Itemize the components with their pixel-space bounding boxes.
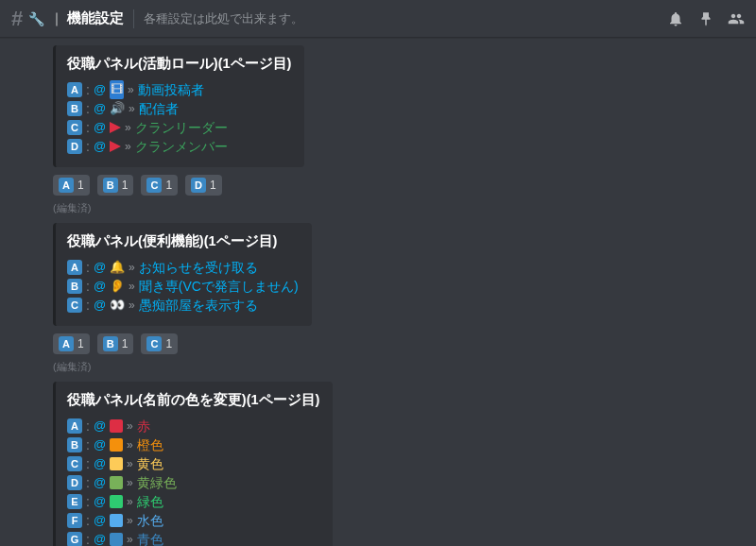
letter-badge: G [67,532,82,546]
at-symbol: @ [94,530,106,546]
letter-badge: A [67,418,82,434]
role-mention[interactable]: 動画投稿者 [138,80,204,99]
arrow-separator: » [129,296,135,315]
reaction-button[interactable]: C1 [141,175,178,196]
role-option-row: E:@ » 緑色 [67,492,319,511]
letter-badge: B [67,437,82,452]
colon: : [86,492,90,511]
at-symbol: @ [94,80,106,99]
arrow-separator: » [127,417,133,435]
colon: : [86,296,90,315]
channel-topic: 各種設定は此処で出来ます。 [144,10,303,27]
colon: : [86,473,90,492]
pin-icon[interactable] [697,10,714,27]
letter-badge: B [103,178,118,193]
role-mention[interactable]: 赤 [137,417,150,435]
reaction-button[interactable]: C1 [141,333,178,354]
channel-name: 機能設定 [67,9,124,27]
role-mention[interactable]: 橙色 [137,435,163,454]
at-symbol: @ [94,473,106,492]
at-symbol: @ [94,492,106,511]
at-symbol: @ [94,511,106,530]
role-option-row: B:@ » 橙色 [67,435,319,454]
letter-badge: C [67,456,82,471]
arrow-separator: » [129,99,135,118]
role-option-row: B:@🔊 » 配信者 [67,99,291,118]
reaction-count: 1 [210,179,216,192]
reaction-button[interactable]: A1 [53,175,90,196]
role-mention[interactable]: 水色 [137,511,163,530]
reaction-button[interactable]: D1 [185,175,222,196]
colon: : [86,80,90,99]
at-symbol: @ [94,277,106,296]
reaction-buttons-row: A1B1C1 [53,333,756,354]
role-mention[interactable]: お知らせを受け取る [139,258,258,277]
reaction-count: 1 [165,337,172,350]
role-mention[interactable]: 青色 [137,530,163,546]
at-symbol: @ [94,118,106,137]
color-swatch-icon [110,533,123,546]
emoji-icon: 🔊 [110,99,125,118]
reaction-button[interactable]: B1 [97,333,134,354]
color-swatch-icon [110,457,123,470]
role-panel-embed: 役職パネル(活動ロール)(1ページ目)A:@🎞 » 動画投稿者B:@🔊 » 配信… [53,45,304,167]
role-mention[interactable]: クランリーダー [135,118,228,137]
letter-badge: A [67,82,82,97]
role-mention[interactable]: 緑色 [137,492,163,511]
topic-divider [133,9,134,28]
role-option-row: C:@ » クランリーダー [67,118,291,137]
emoji-icon: 👂 [110,277,125,296]
reaction-button[interactable]: A1 [53,333,90,354]
at-symbol: @ [94,258,106,277]
role-option-row: A:@ » 赤 [67,417,319,435]
reaction-count: 1 [122,337,129,350]
role-option-row: C:@ » 黄色 [67,454,319,473]
reaction-count: 1 [122,179,129,192]
at-symbol: @ [94,99,106,118]
role-mention[interactable]: クランメンバー [135,137,228,156]
letter-badge: D [67,139,82,154]
arrow-separator: » [125,118,131,137]
role-mention[interactable]: 黄緑色 [137,473,177,492]
role-mention[interactable]: 愚痴部屋を表示する [139,296,258,315]
colon: : [86,118,90,137]
emoji-icon: 👀 [110,296,125,315]
role-mention[interactable]: 聞き専(VCで発言しません) [139,277,299,296]
bell-icon[interactable] [667,10,684,27]
role-mention[interactable]: 配信者 [139,99,179,118]
wrench-icon: 🔧 [28,11,44,26]
arrow-separator: » [127,530,133,546]
letter-badge: B [103,336,118,351]
colon: : [86,530,90,546]
role-mention[interactable]: 黄色 [137,454,163,473]
arrow-separator: » [127,511,133,530]
role-option-row: A:@🎞 » 動画投稿者 [67,80,291,99]
at-symbol: @ [94,296,106,315]
at-symbol: @ [94,454,106,473]
letter-badge: C [146,336,162,351]
role-option-row: G:@ » 青色 [67,530,319,546]
channel-header: # 🔧 ｜ 機能設定 各種設定は此処で出来ます。 [0,0,756,38]
flag-icon [110,122,121,133]
embed-title: 役職パネル(活動ロール)(1ページ目) [67,55,291,73]
edited-label: (編集済) [53,360,756,374]
letter-badge: A [59,336,74,351]
title-bar: ｜ [50,10,63,27]
role-panel-embed: 役職パネル(便利機能)(1ページ目)A:@🔔 » お知らせを受け取るB:@👂 »… [53,223,312,326]
letter-badge: C [146,178,162,193]
letter-badge: A [59,178,74,193]
reaction-button[interactable]: B1 [97,175,134,196]
at-symbol: @ [94,417,106,435]
role-option-row: C:@👀 » 愚痴部屋を表示する [67,296,299,315]
colon: : [86,99,90,118]
reaction-count: 1 [77,179,84,192]
reaction-buttons-row: A1B1C1D1 [53,175,756,196]
arrow-separator: » [125,137,131,156]
role-panel-embed: 役職パネル(名前の色を変更)(1ページ目)A:@ » 赤B:@ » 橙色C:@ … [53,382,333,546]
flag-icon [110,141,121,152]
arrow-separator: » [129,277,135,296]
members-icon[interactable] [728,10,745,27]
reaction-count: 1 [77,337,84,350]
role-option-row: D:@ » クランメンバー [67,137,291,156]
embed-title: 役職パネル(便利機能)(1ページ目) [67,232,299,250]
